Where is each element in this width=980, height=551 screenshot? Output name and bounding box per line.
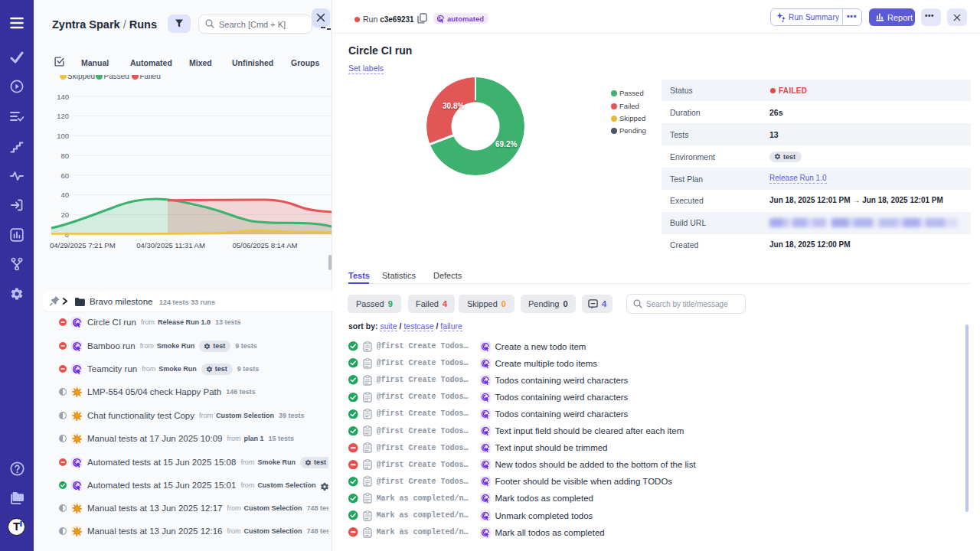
svg-text:80: 80	[60, 152, 69, 160]
svg-text:100: 100	[57, 132, 69, 140]
svg-text:140: 140	[57, 93, 69, 101]
svg-text:40: 40	[60, 191, 69, 199]
svg-text:20: 20	[60, 210, 69, 219]
svg-text:04/30/2025 11:31 AM: 04/30/2025 11:31 AM	[136, 241, 205, 249]
svg-text:05/06/2025 8:14 AM: 05/06/2025 8:14 AM	[232, 241, 297, 249]
svg-text:120: 120	[57, 112, 69, 120]
svg-text:04/29/2025 7:21 PM: 04/29/2025 7:21 PM	[50, 241, 116, 249]
svg-text:60: 60	[60, 171, 69, 180]
